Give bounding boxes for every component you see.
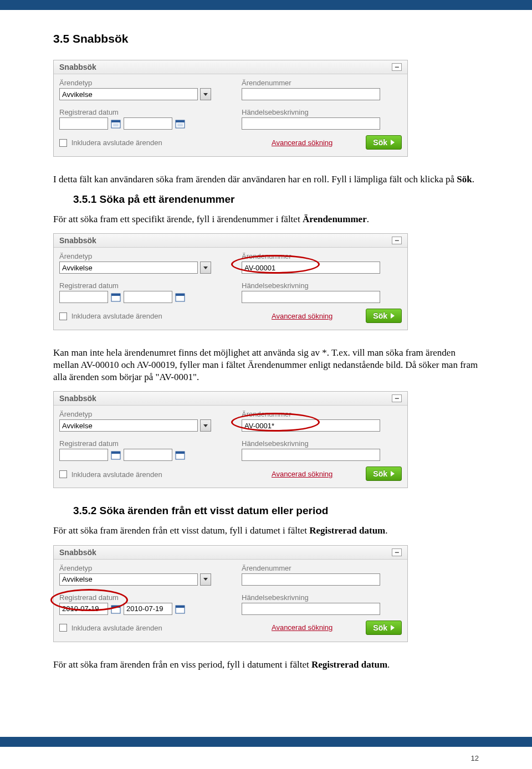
label-arendetyp: Ärendetyp xyxy=(59,252,219,260)
chevron-down-icon xyxy=(203,266,208,269)
label-arendenummer: Ärendenummer xyxy=(242,79,402,87)
panel-header: Snabbsök − xyxy=(54,546,407,560)
search-button[interactable]: Sök xyxy=(366,135,402,150)
paragraph-p5: För att söka fram ärenden från en viss p… xyxy=(53,659,479,671)
calendar-icon[interactable] xyxy=(175,449,186,460)
arendenummer-input[interactable] xyxy=(242,88,380,100)
label-arendenummer: Ärendenummer xyxy=(242,564,402,572)
snabbsok-panel-1: Snabbsök − Ärendetyp Ärendenummer xyxy=(53,60,408,157)
search-button-label: Sök xyxy=(373,469,387,478)
label-arendetyp: Ärendetyp xyxy=(59,410,219,418)
search-button[interactable]: Sök xyxy=(366,621,402,635)
calendar-icon[interactable] xyxy=(110,449,121,460)
svg-rect-5 xyxy=(176,120,185,122)
panel-title: Snabbsök xyxy=(59,548,96,557)
label-arendenummer: Ärendenummer xyxy=(242,252,402,260)
label-beskrivning: Händelsebeskrivning xyxy=(242,281,402,290)
date-from-input[interactable] xyxy=(59,291,108,303)
label-beskrivning: Händelsebeskrivning xyxy=(242,593,402,602)
svg-rect-19 xyxy=(176,606,185,608)
arendetyp-dropdown-button[interactable] xyxy=(200,573,211,586)
search-button-label: Sök xyxy=(373,311,387,320)
arendenummer-input[interactable] xyxy=(242,262,380,274)
search-button[interactable]: Sök xyxy=(366,309,402,323)
panel-header: Snabbsök − xyxy=(54,392,407,406)
beskrivning-input[interactable] xyxy=(242,117,380,130)
inkludera-checkbox[interactable] xyxy=(59,624,67,632)
label-registrerad: Registrerad datum xyxy=(59,593,219,602)
svg-rect-13 xyxy=(111,452,120,454)
label-registrerad: Registrerad datum xyxy=(59,108,219,116)
inkludera-checkbox[interactable] xyxy=(59,139,67,147)
page-number: 12 xyxy=(471,754,479,762)
arrow-right-icon xyxy=(391,140,395,145)
search-button[interactable]: Sök xyxy=(366,466,402,481)
calendar-icon[interactable] xyxy=(110,118,121,129)
collapse-icon[interactable]: − xyxy=(392,63,402,71)
date-to-input[interactable] xyxy=(124,603,172,615)
label-arendenummer: Ärendenummer xyxy=(242,410,402,418)
collapse-icon[interactable]: − xyxy=(392,548,402,556)
calendar-icon[interactable] xyxy=(175,118,186,129)
heading-3-5-2: 3.5.2 Söka ärenden från ett visst datum … xyxy=(73,505,479,517)
paragraph-p4: För att söka fram ärenden från ett visst… xyxy=(53,525,479,537)
arrow-right-icon xyxy=(391,471,395,476)
date-from-input[interactable] xyxy=(59,117,108,130)
svg-rect-11 xyxy=(176,294,185,296)
arendetyp-input[interactable] xyxy=(59,262,198,274)
date-from-input[interactable] xyxy=(59,603,108,615)
advanced-search-link[interactable]: Avancerad sökning xyxy=(272,139,332,147)
advanced-search-link[interactable]: Avancerad sökning xyxy=(272,312,332,320)
chevron-down-icon xyxy=(203,93,208,96)
label-arendetyp: Ärendetyp xyxy=(59,79,219,87)
date-to-input[interactable] xyxy=(124,117,172,130)
heading-3-5: 3.5 Snabbsök xyxy=(53,32,479,45)
advanced-search-link[interactable]: Avancerad sökning xyxy=(272,623,332,632)
svg-rect-1 xyxy=(111,120,120,122)
arendetyp-dropdown-button[interactable] xyxy=(200,419,211,432)
label-inkludera: Inkludera avslutade ärenden xyxy=(71,624,162,632)
beskrivning-input[interactable] xyxy=(242,603,380,615)
label-beskrivning: Händelsebeskrivning xyxy=(242,108,402,116)
paragraph-p3: Kan man inte hela ärendenumret finns det… xyxy=(53,347,479,383)
label-registrerad: Registrerad datum xyxy=(59,439,219,448)
collapse-icon[interactable]: − xyxy=(392,394,402,402)
arendetyp-input[interactable] xyxy=(59,573,198,586)
label-beskrivning: Händelsebeskrivning xyxy=(242,439,402,448)
svg-rect-9 xyxy=(111,294,120,296)
date-to-input[interactable] xyxy=(124,449,172,461)
label-registrerad: Registrerad datum xyxy=(59,281,219,290)
arendenummer-input[interactable] xyxy=(242,573,380,586)
arendenummer-input[interactable] xyxy=(242,419,380,432)
chevron-down-icon xyxy=(203,578,208,581)
snabbsok-panel-2: Snabbsök − Ärendetyp Ärendenummer xyxy=(53,233,408,330)
date-to-input[interactable] xyxy=(124,291,172,303)
inkludera-checkbox[interactable] xyxy=(59,470,67,478)
beskrivning-input[interactable] xyxy=(242,291,380,303)
panel-header: Snabbsök − xyxy=(54,234,407,248)
chevron-down-icon xyxy=(203,424,208,427)
arendetyp-dropdown-button[interactable] xyxy=(200,262,211,274)
collapse-icon[interactable]: − xyxy=(392,237,402,244)
search-button-label: Sök xyxy=(373,138,387,147)
date-from-input[interactable] xyxy=(59,449,108,461)
calendar-icon[interactable] xyxy=(110,603,121,614)
label-inkludera: Inkludera avslutade ärenden xyxy=(71,139,162,147)
panel-header: Snabbsök − xyxy=(54,60,407,74)
arendetyp-input[interactable] xyxy=(59,419,198,432)
panel-title: Snabbsök xyxy=(59,236,96,245)
paragraph-p2: För att söka fram ett specifikt ärende, … xyxy=(53,213,479,225)
calendar-icon[interactable] xyxy=(110,291,121,303)
arrow-right-icon xyxy=(391,313,395,319)
advanced-search-link[interactable]: Avancerad sökning xyxy=(272,470,332,478)
calendar-icon[interactable] xyxy=(175,291,186,303)
footer-bar xyxy=(0,737,532,747)
panel-title: Snabbsök xyxy=(59,63,96,71)
arendetyp-dropdown-button[interactable] xyxy=(200,88,211,100)
beskrivning-input[interactable] xyxy=(242,449,380,461)
label-inkludera: Inkludera avslutade ärenden xyxy=(71,470,162,479)
arendetyp-input[interactable] xyxy=(59,88,198,100)
search-button-label: Sök xyxy=(373,623,387,632)
inkludera-checkbox[interactable] xyxy=(59,312,67,320)
calendar-icon[interactable] xyxy=(175,603,186,614)
